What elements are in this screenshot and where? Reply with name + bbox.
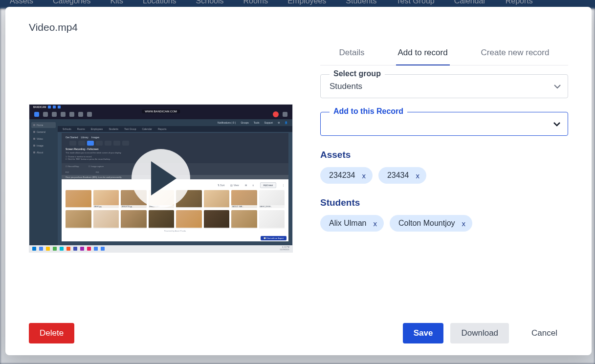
- chip-remove[interactable]: x: [373, 219, 377, 228]
- assets-heading: Assets: [320, 150, 568, 160]
- play-button[interactable]: [132, 149, 190, 208]
- select-group-legend: Select group: [330, 69, 385, 78]
- video-preview: BANDICAM WWW.BANDICAM.COM: [29, 104, 293, 253]
- add-to-record-dropdown[interactable]: [321, 112, 568, 135]
- add-to-record-legend: Add to this Record: [330, 107, 407, 116]
- chip-remove[interactable]: x: [362, 171, 366, 180]
- select-group-field: Select group Students: [320, 74, 568, 98]
- download-button[interactable]: Download: [450, 323, 509, 343]
- tab-add-to-record[interactable]: Add to record: [396, 43, 450, 65]
- play-icon: [151, 161, 176, 195]
- student-chip: Alix Ulman x: [320, 215, 384, 232]
- students-chips: Alix Ulman x Colton Mountjoy x: [320, 215, 568, 232]
- select-group-dropdown[interactable]: Students: [321, 75, 568, 98]
- chip-remove[interactable]: x: [416, 171, 419, 180]
- tab-bar: Details Add to record Create new record: [320, 43, 568, 65]
- save-button[interactable]: Save: [403, 323, 444, 343]
- chip-label: Colton Mountjoy: [398, 219, 455, 228]
- modal-title: Video.mp4: [29, 21, 568, 33]
- asset-chip: 234234 x: [320, 167, 373, 184]
- modal-footer: Delete Save Download Cancel: [29, 323, 568, 343]
- chip-label: 23434: [387, 171, 409, 180]
- student-chip: Colton Mountjoy x: [390, 215, 472, 232]
- chip-label: 234234: [329, 171, 355, 180]
- delete-button[interactable]: Delete: [29, 323, 74, 343]
- tab-create-new-record[interactable]: Create new record: [479, 43, 551, 65]
- add-to-record-field: Add to this Record: [320, 112, 568, 136]
- chip-remove[interactable]: x: [462, 219, 466, 228]
- assets-chips: 234234 x 23434 x: [320, 167, 568, 184]
- video-modal: Video.mp4 BANDICAM WWW.BANDICAM.COM: [5, 7, 592, 355]
- tab-details[interactable]: Details: [337, 43, 367, 65]
- chip-label: Alix Ulman: [329, 219, 366, 228]
- asset-chip: 23434 x: [378, 167, 426, 184]
- cancel-button[interactable]: Cancel: [521, 323, 568, 343]
- students-heading: Students: [320, 197, 568, 208]
